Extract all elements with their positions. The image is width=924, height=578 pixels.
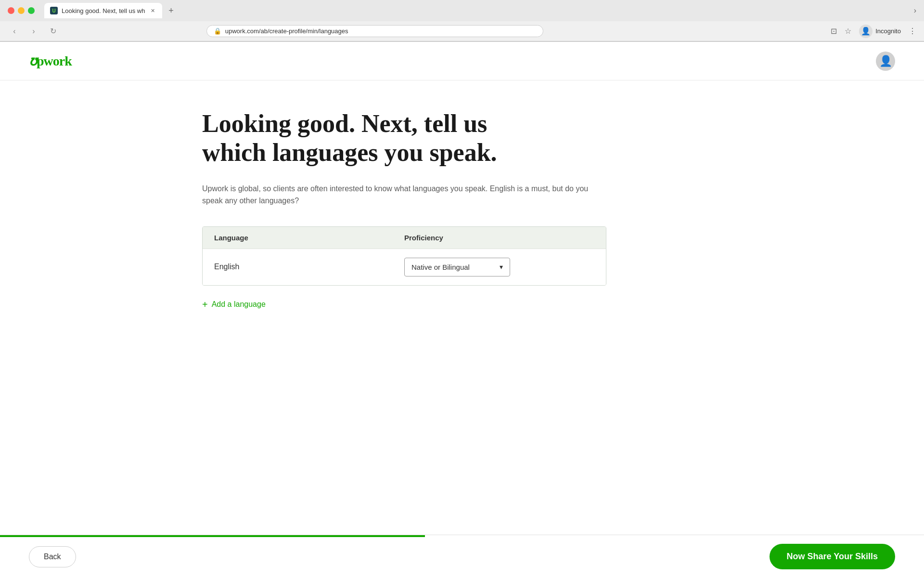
next-button[interactable]: Now Share Your Skills [770,544,895,569]
incognito-label: Incognito [875,27,901,35]
nav-reload-button[interactable]: ↻ [46,25,60,38]
add-icon: + [202,299,208,310]
incognito-button[interactable]: 👤 Incognito [859,25,901,38]
nav-back-button[interactable]: ‹ [8,25,21,38]
address-bar[interactable]: 🔒 upwork.com/ab/create-profile/min/langu… [206,25,543,37]
column-language-header: Language [214,234,404,242]
browser-addressbar: ‹ › ↻ 🔒 upwork.com/ab/create-profile/min… [0,21,924,41]
active-tab[interactable]: U Looking good. Next, tell us wh ✕ [44,3,162,18]
new-tab-button[interactable]: + [164,4,178,17]
tab-bar: U Looking good. Next, tell us wh ✕ + [44,3,908,18]
back-button[interactable]: Back [29,546,76,567]
tab-favicon: U [50,7,58,14]
nav-forward-button[interactable]: › [27,25,40,38]
tab-chevron-icon: › [914,6,916,15]
main-content: Looking good. Next, tell us which langua… [173,80,751,578]
browser-menu-icon[interactable]: ⋮ [909,26,916,36]
bookmark-icon[interactable]: ☆ [845,26,851,36]
add-language-button[interactable]: + Add a language [202,297,722,312]
proficiency-select[interactable]: Native or Bilingual ▾ [404,258,510,276]
address-lock-icon: 🔒 [214,27,221,35]
bottom-bar: Back Now Share Your Skills [0,535,924,578]
traffic-lights [8,7,35,14]
language-table: Language Proficiency English Native or B… [202,226,606,286]
language-cell: English [214,263,404,271]
logo-pwork: pwork [37,53,72,68]
incognito-avatar-icon: 👤 [859,25,873,38]
tab-title: Looking good. Next, tell us wh [62,7,145,14]
browser-titlebar: U Looking good. Next, tell us wh ✕ + › [0,0,924,21]
traffic-light-close[interactable] [8,7,14,14]
page-description: Upwork is global, so clients are often i… [202,183,597,207]
page-content: ʊpwork 👤 Looking good. Next, tell us whi… [0,42,924,578]
progress-bar [0,535,425,537]
select-chevron-icon: ▾ [500,263,503,271]
page-heading: Looking good. Next, tell us which langua… [202,109,500,167]
avatar[interactable]: 👤 [876,52,895,71]
cast-icon[interactable]: ⊡ [831,26,837,36]
logo-u: ʊ [29,53,37,68]
table-row: English Native or Bilingual ▾ [203,249,606,285]
proficiency-value: Native or Bilingual [411,263,496,271]
address-url: upwork.com/ab/create-profile/min/languag… [225,27,348,35]
add-language-label: Add a language [212,300,266,309]
traffic-light-minimize[interactable] [18,7,25,14]
app-header: ʊpwork 👤 [0,42,924,80]
proficiency-cell: Native or Bilingual ▾ [404,258,594,276]
traffic-light-maximize[interactable] [28,7,35,14]
tab-close-button[interactable]: ✕ [149,7,156,14]
upwork-logo: ʊpwork [29,53,72,69]
table-header: Language Proficiency [203,227,606,249]
avatar-icon: 👤 [879,55,892,67]
address-bar-right: ⊡ ☆ 👤 Incognito ⋮ [831,25,916,38]
browser-chrome: U Looking good. Next, tell us wh ✕ + › ‹… [0,0,924,42]
column-proficiency-header: Proficiency [404,234,594,242]
